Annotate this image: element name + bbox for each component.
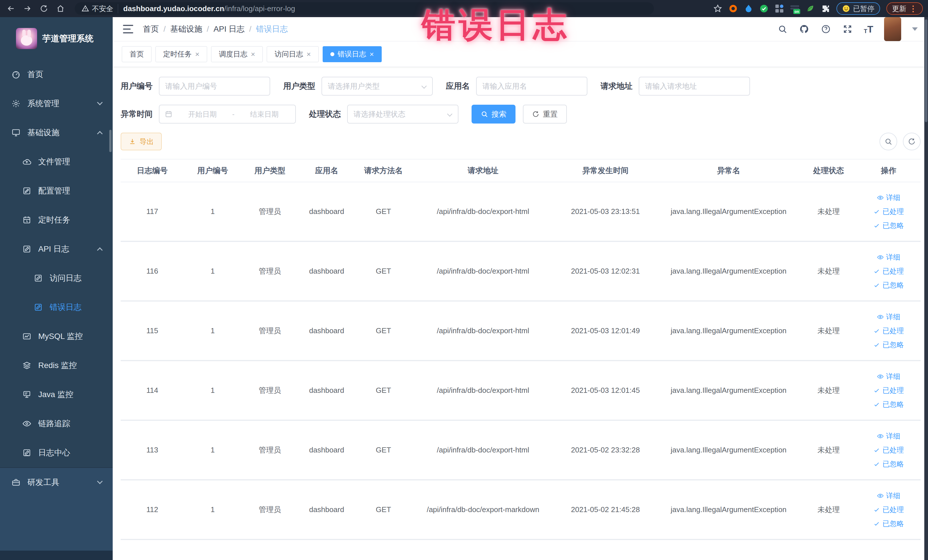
profile-paused-badge[interactable]: 已暂停 <box>836 2 880 15</box>
cell-status: 未处理 <box>800 505 856 515</box>
mark-processed-link[interactable]: 已处理 <box>873 207 904 216</box>
sidebar-item-dev-tools[interactable]: 研发工具 <box>0 468 113 497</box>
cell-app-name: dashboard <box>298 267 355 276</box>
search-button[interactable]: 搜索 <box>472 105 516 124</box>
extension-tampermonkey-icon[interactable]: on <box>790 4 799 13</box>
app-name-input[interactable] <box>476 77 588 96</box>
mark-ignored-link[interactable]: 已忽略 <box>873 221 904 230</box>
mark-processed-link[interactable]: 已处理 <box>873 267 904 276</box>
chrome-menu-icon[interactable]: ⋮ <box>909 4 917 14</box>
java-monitor-icon <box>22 390 31 399</box>
sidebar-item-label: 定时任务 <box>38 215 70 225</box>
extension-adblock-icon[interactable] <box>729 4 738 13</box>
extension-green-icon[interactable] <box>759 4 769 13</box>
filter-row-1: 用户编号 用户类型 请选择用户类型 应用名 <box>121 77 920 96</box>
sidebar-item-label: 日志中心 <box>38 447 70 458</box>
request-url-input[interactable] <box>639 77 750 96</box>
chevron-down-icon <box>97 478 103 484</box>
extension-drop-icon[interactable] <box>744 4 753 13</box>
mark-processed-link[interactable]: 已处理 <box>873 386 904 395</box>
page-scrollbar[interactable] <box>924 17 928 560</box>
document-edit-icon <box>22 448 31 457</box>
breadcrumb-item[interactable]: 首页 <box>143 24 159 35</box>
collapse-sidebar-icon[interactable] <box>123 25 133 34</box>
sidebar-item-mysql-monitor[interactable]: MySQL 监控 <box>0 322 113 351</box>
breadcrumb-item[interactable]: API 日志 <box>214 24 245 35</box>
app-logo-row[interactable]: 芋道管理系统 <box>0 17 113 60</box>
mark-processed-link[interactable]: 已处理 <box>873 505 904 514</box>
action-label: 详细 <box>886 312 901 322</box>
sidebar-item-infrastructure[interactable]: 基础设施 <box>0 118 113 147</box>
mark-processed-link[interactable]: 已处理 <box>873 326 904 336</box>
sidebar-item-log-center[interactable]: 日志中心 <box>0 438 113 467</box>
sidebar-item-cron-jobs[interactable]: 定时任务 <box>0 205 113 235</box>
home-icon[interactable] <box>55 3 66 14</box>
export-button[interactable]: 导出 <box>121 133 162 150</box>
mark-processed-link[interactable]: 已处理 <box>873 445 904 455</box>
avatar[interactable] <box>884 17 901 41</box>
mark-ignored-link[interactable]: 已忽略 <box>873 400 904 409</box>
close-icon[interactable]: × <box>307 50 311 58</box>
reset-button[interactable]: 重置 <box>523 105 567 124</box>
eye-icon <box>22 419 31 428</box>
github-icon[interactable] <box>799 24 810 35</box>
mark-ignored-link[interactable]: 已忽略 <box>873 459 904 469</box>
sidebar-item-config-mgmt[interactable]: 配置管理 <box>0 176 113 205</box>
tab-schedule-log[interactable]: 调度日志× <box>211 46 263 62</box>
tab-error-log[interactable]: 错误日志× <box>323 46 382 62</box>
detail-link[interactable]: 详细 <box>877 193 901 202</box>
detail-link[interactable]: 详细 <box>877 431 901 441</box>
extension-leaf-icon[interactable] <box>806 4 815 13</box>
cell-log-id: 114 <box>121 386 184 395</box>
scrollbar-thumb[interactable] <box>925 20 927 122</box>
sidebar-item-error-log[interactable]: 错误日志 <box>0 293 113 322</box>
sidebar-scrollbar[interactable] <box>109 130 111 152</box>
close-icon[interactable]: × <box>195 50 199 58</box>
start-date-placeholder: 开始日期 <box>177 110 228 119</box>
tab-cron-jobs[interactable]: 定时任务× <box>156 46 207 62</box>
user-type-select[interactable]: 请选择用户类型 <box>322 77 433 96</box>
sidebar-item-java-monitor[interactable]: Java 监控 <box>0 380 113 409</box>
extension-grid-icon[interactable] <box>775 4 784 13</box>
date-range-picker[interactable]: 开始日期 - 结束日期 <box>159 105 296 124</box>
process-status-select[interactable]: 请选择处理状态 <box>347 105 458 124</box>
detail-link[interactable]: 详细 <box>877 312 901 322</box>
help-icon[interactable] <box>820 24 831 35</box>
breadcrumb-item[interactable]: 基础设施 <box>170 24 202 35</box>
update-button[interactable]: 更新 ⋮ <box>886 2 923 15</box>
check-icon <box>873 342 880 348</box>
search-icon[interactable] <box>777 24 788 35</box>
sidebar-item-access-log[interactable]: 访问日志 <box>0 264 113 293</box>
refresh-table-button[interactable] <box>903 133 920 150</box>
mark-ignored-link[interactable]: 已忽略 <box>873 340 904 349</box>
sidebar-item-home[interactable]: 首页 <box>0 60 113 89</box>
close-icon[interactable]: × <box>370 50 374 58</box>
refresh-icon <box>908 137 916 145</box>
sidebar-item-file-mgmt[interactable]: 文件管理 <box>0 147 113 176</box>
mark-ignored-link[interactable]: 已忽略 <box>873 519 904 528</box>
tab-access-log[interactable]: 访问日志× <box>267 46 318 62</box>
toggle-search-button[interactable] <box>879 133 897 150</box>
reload-icon[interactable] <box>38 3 50 14</box>
detail-link[interactable]: 详细 <box>877 252 901 262</box>
cell-method: GET <box>355 327 412 335</box>
detail-link[interactable]: 详细 <box>877 372 901 381</box>
sidebar-item-api-log[interactable]: API 日志 <box>0 235 113 264</box>
check-icon <box>873 268 880 275</box>
fullscreen-icon[interactable] <box>842 24 853 35</box>
forward-icon[interactable] <box>22 3 33 14</box>
tab-home[interactable]: 首页 <box>122 46 151 62</box>
back-icon[interactable] <box>5 3 17 14</box>
sidebar-item-redis-monitor[interactable]: Redis 监控 <box>0 351 113 380</box>
close-icon[interactable]: × <box>251 50 255 58</box>
mark-ignored-link[interactable]: 已忽略 <box>873 281 904 290</box>
user-menu-caret-icon[interactable] <box>912 27 918 31</box>
extensions-puzzle-icon[interactable] <box>821 4 830 13</box>
bookmark-star-icon[interactable] <box>713 4 722 13</box>
security-warning[interactable]: 不安全 <box>82 4 118 14</box>
sidebar-item-tracing[interactable]: 链路追踪 <box>0 409 113 438</box>
user-id-input[interactable] <box>159 77 270 96</box>
detail-link[interactable]: 详细 <box>877 491 901 500</box>
sidebar-item-system-mgmt[interactable]: 系统管理 <box>0 89 113 118</box>
font-size-icon[interactable]: TT <box>864 24 873 34</box>
